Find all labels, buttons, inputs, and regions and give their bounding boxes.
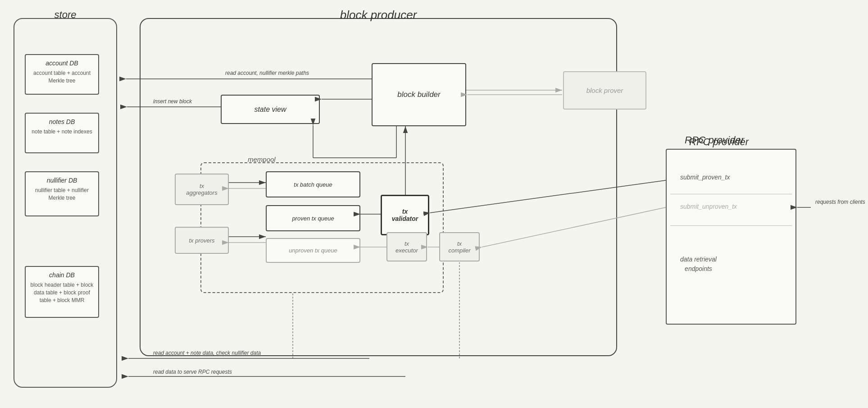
block-prover-label: block prover [586,87,623,94]
tx-compiler-label: tx compiler [448,240,470,254]
submit-unproven-tx-item: submit_unproven_tx [680,203,737,210]
tx-validator-box: tx validator [381,195,429,235]
tx-aggregators-box: tx aggregators [175,174,229,205]
notes-db-desc: note table + note indexes [29,128,95,136]
proven-tx-queue-label: proven tx queue [292,215,334,222]
notes-db-title: notes DB [29,118,95,125]
tx-provers-label: tx provers [189,237,214,244]
tx-aggregators-label: tx aggregators [186,183,217,196]
data-retrieval-label: data retrievalendpoints [680,256,717,272]
store-title: store [14,9,117,21]
chain-db-title: chain DB [29,271,95,279]
insert-new-block-label: insert new block [153,98,192,105]
submit-proven-tx-label: submit_proven_tx [680,174,730,181]
unproven-tx-queue-label: unproven tx queue [289,247,337,254]
tx-batch-queue-box: tx batch queue [266,171,360,197]
nullifier-db-desc: nullifier table + nullifier Merkle tree [29,187,95,202]
submit-unproven-tx-label: submit_unproven_tx [680,203,737,210]
account-db-title: account DB [29,60,95,67]
state-view-box: state view [221,95,320,124]
read-data-rpc-label: read data to serve RPC requests [153,369,232,375]
state-view-label: state view [254,105,286,114]
rpc-divider-1 [670,194,792,194]
proven-tx-queue-box: proven tx queue [266,205,360,231]
tx-validator-label: tx validator [392,208,418,222]
tx-executor-box: tx executor [386,232,427,261]
requests-from-clients-label: requests from clients [815,198,865,206]
nullifier-db-box: nullifier DB nullifier table + nullifier… [25,171,99,216]
rpc-title-display: RPC provider [689,136,749,148]
read-account-label: read account, nullifier merkle paths [225,70,309,76]
notes-db-box: notes DB note table + note indexes [25,113,99,153]
diagram-container: store account DB account table + account… [0,0,868,408]
rpc-divider-2 [670,225,792,226]
block-producer-title: block producer [140,8,617,22]
account-db-desc: account table + account Merkle tree [29,69,95,85]
nullifier-db-title: nullifier DB [29,177,95,184]
tx-provers-box: tx provers [175,227,229,254]
block-builder-box: block builder [372,63,466,126]
unproven-tx-queue-box: unproven tx queue [266,238,360,263]
account-db-box: account DB account table + account Merkl… [25,54,99,95]
chain-db-desc: block header table + block data table + … [29,281,95,304]
block-builder-label: block builder [397,90,440,99]
chain-db-box: chain DB block header table + block data… [25,266,99,318]
tx-compiler-box: tx compiler [439,232,480,261]
tx-batch-queue-label: tx batch queue [294,181,332,188]
block-prover-box: block prover [563,71,646,110]
submit-proven-tx-item: submit_proven_tx [680,174,730,181]
data-retrieval-item: data retrievalendpoints [680,255,717,274]
tx-executor-label: tx executor [395,240,418,254]
read-account-note-label: read account + note data, check nullifie… [153,350,261,356]
requests-label-text: requests from clients [815,199,865,205]
